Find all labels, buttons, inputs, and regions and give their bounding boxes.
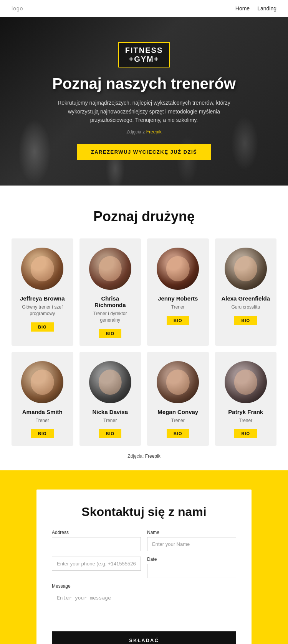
trainer-role: Główny trener i szef programowy (17, 304, 68, 317)
team-section: Poznaj drużynę Jeffreya Browna Główny tr… (0, 186, 288, 470)
name-group: Name (147, 530, 236, 551)
trainer-name: Patryk Frank (228, 409, 263, 415)
trainer-avatar (89, 248, 131, 290)
trainer-avatar (225, 248, 267, 290)
avatar-face (99, 256, 122, 281)
nav-landing[interactable]: Landing (257, 5, 276, 12)
cta-button[interactable]: ZAREZERWUJ WYCIECZKĘ JUŻ DZIŚ (77, 144, 211, 160)
trainer-card: Nicka Davisa Trener BIO (79, 352, 141, 446)
bio-button[interactable]: BIO (234, 429, 257, 438)
trainer-avatar (225, 361, 267, 403)
avatar-face (166, 370, 190, 395)
trainer-role: Guru crossfitu (231, 304, 260, 310)
avatar-shape (157, 248, 199, 290)
trainer-card: Jeffreya Browna Główny trener i szef pro… (12, 238, 73, 346)
hero-section: FITNESS +GYM+ Poznaj naszych trenerów Re… (0, 17, 288, 186)
name-label: Name (147, 530, 236, 535)
nav-home[interactable]: Home (235, 5, 250, 12)
avatar-face (31, 256, 54, 281)
contact-title: Skontaktuj się z nami (52, 505, 236, 519)
trainer-name: Jenny Roberts (158, 295, 198, 302)
contact-form-wrapper: Skontaktuj się z nami Address Name Date … (36, 490, 252, 644)
bio-button[interactable]: BIO (31, 429, 54, 438)
trainer-role: Trener (36, 417, 49, 424)
form-row-2: Date (52, 557, 236, 578)
trainer-role: Trener (103, 417, 117, 424)
trainer-card: Chrisa Richmonda Trener i dyrektor gener… (79, 238, 141, 346)
trainer-card: Jenny Roberts Trener BIO (147, 238, 209, 346)
team-credit: Zdjęcia: Freepik (12, 453, 276, 459)
address-group: Address (52, 530, 141, 551)
trainer-card: Amanda Smith Trener BIO (12, 352, 73, 446)
message-label: Message (52, 583, 236, 589)
trainer-avatar (89, 361, 131, 403)
brand-logo: FITNESS +GYM+ (118, 42, 170, 67)
bio-button[interactable]: BIO (167, 429, 189, 438)
avatar-shape (89, 361, 131, 403)
date-label: Date (147, 557, 236, 562)
hero-description: Rekrutujemy najmądrzejszych, najlepiej w… (48, 99, 240, 124)
trainer-name: Chrisa Richmonda (85, 295, 136, 308)
trainer-avatar (21, 248, 63, 290)
date-group: Date (147, 557, 236, 578)
navbar: logo Home Landing (0, 0, 288, 17)
avatar-shape (21, 248, 63, 290)
avatar-face (99, 370, 122, 395)
form-row-1: Address Name (52, 530, 236, 551)
bio-button[interactable]: BIO (99, 429, 121, 438)
avatar-face (166, 256, 190, 281)
trainer-role: Trener (239, 417, 252, 424)
trainer-name: Jeffreya Browna (20, 295, 65, 302)
avatar-shape (157, 361, 199, 403)
avatar-face (234, 256, 258, 281)
trainer-role: Trener (171, 304, 185, 310)
trainer-name: Amanda Smith (22, 409, 63, 415)
contact-section: Skontaktuj się z nami Address Name Date … (0, 470, 288, 644)
team-grid: Jeffreya Browna Główny trener i szef pro… (12, 238, 276, 446)
nav-links: Home Landing (235, 5, 276, 12)
phone-group (52, 557, 141, 578)
hero-content: FITNESS +GYM+ Poznaj naszych trenerów Re… (25, 42, 263, 160)
address-label: Address (52, 530, 141, 535)
trainer-avatar (157, 361, 199, 403)
date-input[interactable] (147, 564, 236, 578)
phone-input[interactable] (52, 557, 141, 571)
avatar-shape (225, 361, 267, 403)
message-group: Message (52, 583, 236, 625)
bio-button[interactable]: BIO (234, 316, 257, 325)
hero-title: Poznaj naszych trenerów (48, 75, 240, 92)
team-credit-link[interactable]: Freepik (145, 453, 161, 459)
trainer-name: Nicka Davisa (92, 409, 128, 415)
hero-credit: Zdjęcia z Freepik (48, 129, 240, 135)
trainer-avatar (157, 248, 199, 290)
bio-button[interactable]: BIO (167, 316, 189, 325)
avatar-face (31, 370, 54, 395)
trainer-role: Trener (171, 417, 185, 424)
name-input[interactable] (147, 537, 236, 551)
trainer-card: Megan Convay Trener BIO (147, 352, 209, 446)
trainer-card: Patryk Frank Trener BIO (215, 352, 277, 446)
trainer-avatar (21, 361, 63, 403)
avatar-face (234, 370, 258, 395)
trainer-name: Megan Convay (157, 409, 198, 415)
logo: logo (12, 5, 23, 12)
avatar-shape (21, 361, 63, 403)
trainer-card: Alexa Greenfielda Guru crossfitu BIO (215, 238, 277, 346)
bio-button[interactable]: BIO (99, 329, 121, 338)
bio-button[interactable]: BIO (31, 322, 54, 332)
trainer-name: Alexa Greenfielda (221, 295, 270, 302)
team-title: Poznaj drużynę (12, 209, 276, 225)
hero-credit-link[interactable]: Freepik (146, 129, 162, 135)
address-input[interactable] (52, 537, 141, 551)
avatar-shape (225, 248, 267, 290)
trainer-role: Trener i dyrektor generalny (85, 310, 136, 324)
message-input[interactable] (52, 591, 236, 625)
submit-button[interactable]: SKŁADAĆ (52, 631, 236, 644)
avatar-shape (89, 248, 131, 290)
